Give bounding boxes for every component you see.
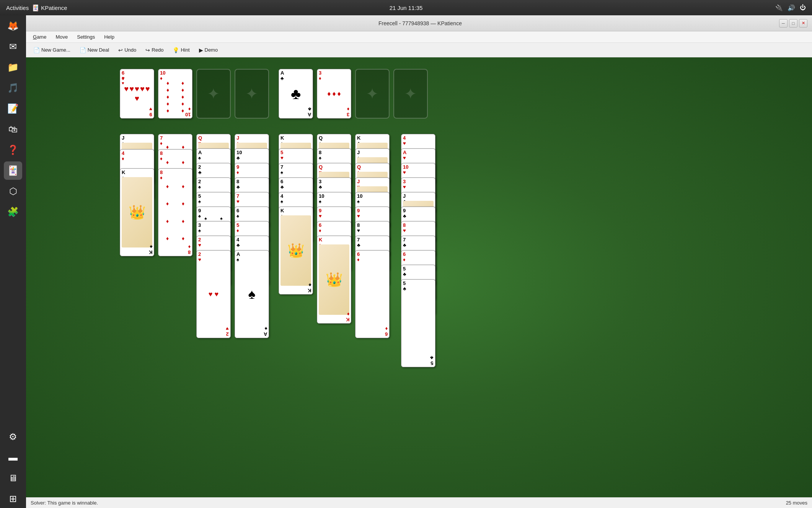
sidebar-icon-terminal[interactable]: 🖥 <box>4 469 22 487</box>
moves-count: 25 moves <box>786 500 807 506</box>
sidebar-icon-music[interactable]: 🎵 <box>4 79 22 97</box>
freecell-2[interactable]: 10♦ ♦♦ ♦♦ ♦♦ ♦♦ ♦♦ 10♦ <box>158 69 192 119</box>
foundation-1[interactable]: A♣ ♣ A♣ <box>279 69 313 119</box>
new-deal-button[interactable]: 📄 New Deal <box>75 45 113 55</box>
sidebar-icon-help[interactable]: ❓ <box>4 141 22 159</box>
slot-star-f3: ✦ <box>366 85 379 103</box>
col6-card8[interactable]: K♦ 👑 K♦ <box>317 236 351 324</box>
freecell-4[interactable]: ✦ <box>235 69 269 119</box>
freecell-3[interactable]: ✦ <box>196 69 231 119</box>
close-button[interactable]: ✕ <box>799 19 807 28</box>
new-game-label: New Game... <box>41 47 70 53</box>
demo-button[interactable]: ▶ Demo <box>195 45 222 55</box>
card-br-2: 10♦ <box>185 106 191 117</box>
volume-icon[interactable]: 🔊 <box>788 4 795 11</box>
redo-label: Redo <box>152 47 163 53</box>
undo-button[interactable]: ↩ Undo <box>114 45 140 55</box>
menu-move[interactable]: Move <box>52 33 72 41</box>
col2-card3[interactable]: 8♦ ♦♦ ♦♦ ♦♦ ♦♦ 8♦ <box>158 168 192 256</box>
sidebar-icon-email[interactable]: ✉ <box>4 37 22 56</box>
taskbar-datetime: 21 Jun 11:35 <box>390 5 423 11</box>
window-titlebar: Freecell - 777948938 — KPatience ─ □ ✕ <box>26 15 812 31</box>
sidebar-icon-firefox[interactable]: 🦊 <box>4 17 22 35</box>
sidebar-icon-docs[interactable]: 📝 <box>4 99 22 118</box>
new-game-button[interactable]: 📄 New Game... <box>29 45 75 55</box>
menu-help[interactable]: Help <box>100 33 118 41</box>
col3-card9[interactable]: 2♥ ♥ ♥ 2♥ <box>196 250 231 338</box>
col4-card9[interactable]: A♠ ♠ A♠ <box>235 250 269 338</box>
minimize-button[interactable]: ─ <box>779 19 788 28</box>
toolbar: 📄 New Game... 📄 New Deal ↩ Undo ↪ Redo 💡… <box>26 43 812 57</box>
app-indicator: 🃏 KPatience <box>32 4 67 11</box>
statusbar: Solver: This game is winnable. 25 moves <box>26 497 812 508</box>
card-tl-f1: A♣ <box>280 70 284 81</box>
card-br-f2: 3♦ <box>347 106 349 117</box>
slot-star-3: ✦ <box>207 85 220 103</box>
king-spades-img: 👑 <box>122 177 152 247</box>
hint-button[interactable]: 💡 Hint <box>168 45 194 55</box>
hint-label: Hint <box>181 47 189 53</box>
col5-card6[interactable]: K♠ 👑 K♠ <box>279 207 313 295</box>
col1-card3[interactable]: K♠ 👑 K♠ <box>120 168 154 256</box>
redo-button[interactable]: ↪ Redo <box>141 45 168 55</box>
solver-text: Solver: This game is winnable. <box>31 500 98 506</box>
sidebar: 🦊 ✉ 📁 🎵 📝 🛍 ❓ 🃏 ⬡ 🧩 ⚙ ▬ 🖥 ⊞ <box>0 0 26 508</box>
main-window: Freecell - 777948938 — KPatience ─ □ ✕ G… <box>26 15 812 508</box>
game-area[interactable]: 6♥ 6♥ ♥♥ ♥♥ ♥♥ 9♥ 10♦ ♦♦ ♦♦ ♦♦ ♦♦ ♦♦ <box>26 57 812 497</box>
demo-icon: ▶ <box>199 47 203 53</box>
network-icon[interactable]: 🔌 <box>775 4 783 11</box>
window-controls: ─ □ ✕ <box>779 19 807 28</box>
freecell-1[interactable]: 6♥ 6♥ ♥♥ ♥♥ ♥♥ 9♥ <box>120 69 154 119</box>
sidebar-icon-hex[interactable]: ⬡ <box>4 182 22 200</box>
foundation-3[interactable]: ✦ <box>355 69 390 119</box>
slot-star-4: ✦ <box>245 85 258 103</box>
card-center-f1: ♣ <box>291 85 301 103</box>
taskbar-left: Activities 🃏 KPatience <box>6 4 67 11</box>
col8-card11[interactable]: 5♣ 5♣ <box>401 279 435 367</box>
king-diamonds-img: 👑 <box>319 244 349 315</box>
sidebar-icon-grid[interactable]: ⊞ <box>4 490 22 508</box>
activities-label[interactable]: Activities <box>6 5 29 11</box>
sidebar-icon-settings[interactable]: ⚙ <box>4 428 22 446</box>
maximize-button[interactable]: □ <box>789 19 797 28</box>
sidebar-icon-puzzle[interactable]: 🧩 <box>4 203 22 221</box>
sidebar-icon-taskbar[interactable]: ▬ <box>4 448 22 467</box>
menubar: Game Move Settings Help <box>26 31 812 43</box>
new-deal-icon: 📄 <box>80 47 86 53</box>
new-deal-label: New Deal <box>88 47 109 53</box>
window-title: Freecell - 777948938 — KPatience <box>61 20 779 26</box>
card-br-f1: A♣ <box>308 106 311 117</box>
card-br: 9♥ <box>149 106 152 117</box>
undo-icon: ↩ <box>118 47 123 53</box>
sidebar-icon-appstore[interactable]: 🛍 <box>4 120 22 138</box>
king-spades3-img: 👑 <box>280 215 311 286</box>
power-icon[interactable]: ⏻ <box>800 4 806 11</box>
redo-icon: ↪ <box>145 47 150 53</box>
sidebar-icon-cards[interactable]: 🃏 <box>4 161 22 180</box>
menu-game[interactable]: Game <box>29 33 50 41</box>
foundation-2[interactable]: 3♦ ♦ ♦ ♦ 3♦ <box>317 69 351 119</box>
new-game-icon: 📄 <box>33 47 40 53</box>
sidebar-icon-files[interactable]: 📁 <box>4 58 22 77</box>
hint-icon: 💡 <box>173 47 179 53</box>
slot-star-f4: ✦ <box>404 85 417 103</box>
undo-label: Undo <box>124 47 136 53</box>
col7-card9[interactable]: 6♦ 6♦ <box>355 250 390 338</box>
taskbar-right: 🔌 🔊 ⏻ <box>775 4 806 11</box>
foundation-4[interactable]: ✦ <box>393 69 428 119</box>
taskbar: Activities 🃏 KPatience 21 Jun 11:35 🔌 🔊 … <box>0 0 812 15</box>
demo-label: Demo <box>205 47 218 53</box>
menu-settings[interactable]: Settings <box>73 33 99 41</box>
